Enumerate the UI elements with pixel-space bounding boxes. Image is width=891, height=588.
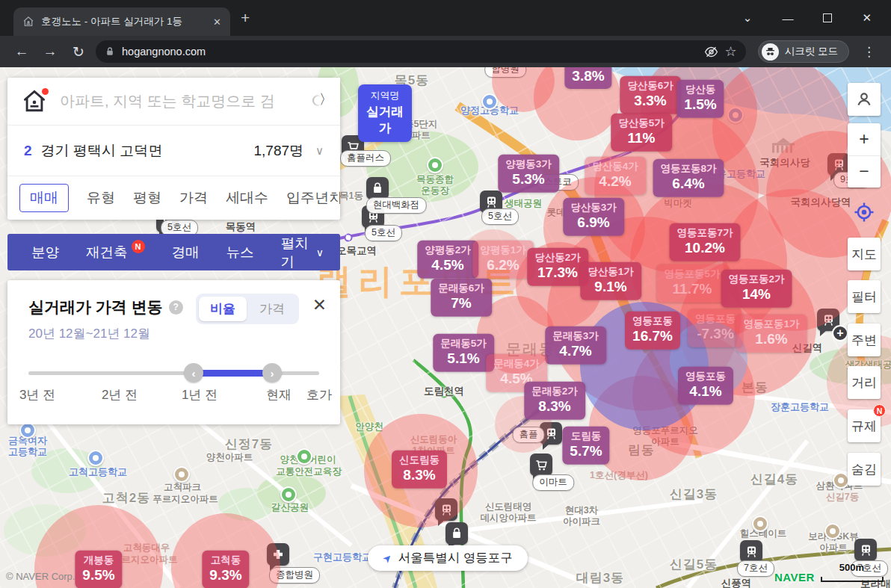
price-label-name: 영등포동7가 <box>676 227 733 239</box>
nav-item-label: 뉴스 <box>226 243 254 261</box>
price-label[interactable]: 영등포동7가10.2% <box>669 223 740 261</box>
price-label[interactable]: 당산동5가11% <box>611 114 672 152</box>
price-label[interactable]: 도림동5.7% <box>562 427 609 465</box>
map-button-지도[interactable]: 지도 <box>848 238 881 270</box>
toggle-price[interactable]: 가격 <box>248 297 296 321</box>
zoom-out-button[interactable]: − <box>848 156 881 188</box>
price-label[interactable]: 당산동1가9.1% <box>580 262 641 300</box>
price-label[interactable]: 문래동3가4.7% <box>545 327 606 365</box>
nav-item[interactable]: 분양 <box>31 243 59 261</box>
close-icon[interactable]: ✕ <box>312 295 327 315</box>
price-label-name: 문래동5가 <box>440 338 487 350</box>
price-label-name: 영등포동 <box>632 315 673 327</box>
search-panel: 2 경기 평택시 고덕면 1,787명 ∨ 매매유형평형가격세대수입주년차 〉 <box>7 78 340 220</box>
price-label[interactable]: 문래동6가7% <box>431 279 492 317</box>
browser-menu-icon[interactable]: ⋮ <box>855 44 881 60</box>
toggle-ratio[interactable]: 비율 <box>199 297 247 321</box>
search-input[interactable] <box>58 92 301 111</box>
price-label[interactable]: 당산동2가17.3% <box>527 248 588 286</box>
price-label[interactable]: 문래동5가5.1% <box>433 334 494 372</box>
panel-title-row: 실거래가 가격 변동 ? <box>28 297 183 318</box>
filter-chip-item[interactable]: 평형 <box>133 188 161 208</box>
my-location-button[interactable] <box>853 201 875 226</box>
maximize-button[interactable] <box>823 13 832 22</box>
map-button-필터[interactable]: 필터 <box>848 280 881 313</box>
price-label[interactable]: 양평동3가5.3% <box>498 155 559 193</box>
new-tab-button[interactable]: + <box>241 10 250 25</box>
region-name: 경기 평택시 고덕면 <box>41 141 163 161</box>
price-label-value: 3.3% <box>627 92 673 109</box>
price-label[interactable]: 영등포동1가1.6% <box>736 315 807 353</box>
nav-item[interactable]: 경매 <box>172 243 200 261</box>
price-label-name: 당산동1가 <box>588 266 634 278</box>
tab-close-icon[interactable]: ✕ <box>213 16 221 28</box>
filter-chip-selected[interactable]: 매매 <box>19 184 69 212</box>
map-button-거리[interactable]: 거리 <box>848 366 881 399</box>
price-label[interactable]: 영등포동4.1% <box>678 367 733 405</box>
slider-handle-start[interactable]: ‹ <box>184 363 203 383</box>
price-label[interactable]: 개봉동9.5% <box>75 551 122 588</box>
price-label-value: 16.7% <box>632 327 673 344</box>
price-label-name: 당산동6가 <box>627 80 673 92</box>
price-label-value: 1.6% <box>743 330 799 347</box>
slider-active-range[interactable] <box>194 370 272 377</box>
price-label[interactable]: 영등포동-7.3% <box>688 309 743 347</box>
price-label[interactable]: 문래동2가8.3% <box>524 382 585 420</box>
price-label[interactable]: 영등포동16.7% <box>625 312 680 350</box>
price-label-value: 4.7% <box>552 342 599 359</box>
region-mode-tooltip[interactable]: 지역명 실거래가 <box>358 84 412 142</box>
browser-tab[interactable]: 호갱노노 - 아파트 실거래가 1등 ✕ <box>13 7 230 36</box>
bookmark-star-icon[interactable]: ☆ <box>725 43 737 60</box>
nav-item[interactable]: 뉴스 <box>226 243 254 261</box>
nav-item[interactable]: 재건축N <box>86 243 145 261</box>
region-row[interactable]: 2 경기 평택시 고덕면 1,787명 ∨ <box>7 126 340 176</box>
price-label-name: 양평동2가 <box>425 244 471 256</box>
price-label[interactable]: 3.8% <box>564 67 611 89</box>
price-label[interactable]: 양평동2가4.5% <box>417 241 478 279</box>
price-label[interactable]: 신도림동8.3% <box>392 451 447 489</box>
map-button-규제[interactable]: 규제N <box>848 409 881 442</box>
navigation-arrow-icon: ➤ <box>380 551 395 566</box>
filter-chip-item[interactable]: 가격 <box>179 188 208 208</box>
chips-more-arrow[interactable]: 〉 <box>306 78 340 121</box>
zoom-in-button[interactable]: + <box>848 123 881 156</box>
price-label-value: 9.5% <box>82 566 114 584</box>
url-bar[interactable]: hogangnono.com ☆ <box>96 40 746 63</box>
price-label-name: 양평동1가 <box>480 244 526 256</box>
minimize-button[interactable]: — <box>782 12 793 25</box>
back-button[interactable]: ← <box>10 43 33 60</box>
profile-button[interactable] <box>848 83 881 116</box>
help-icon[interactable]: ? <box>169 300 183 315</box>
reload-button[interactable]: ↻ <box>67 43 90 61</box>
price-label[interactable]: 영등포동5가11.7% <box>656 264 727 303</box>
price-label[interactable]: 영등포동2가14% <box>721 270 792 308</box>
filter-chip-item[interactable]: 입주년차 <box>286 188 340 208</box>
browser-chrome: 호갱노노 - 아파트 실거래가 1등 ✕ + ⌄ — ✕ ← → ↻ hogan… <box>0 0 891 67</box>
slider-handle-end[interactable]: › <box>262 363 282 383</box>
window-close-button[interactable]: ✕ <box>862 11 872 25</box>
tab-strip: 호갱노노 - 아파트 실거래가 1등 ✕ + ⌄ — ✕ <box>0 0 891 36</box>
map-button-숨김[interactable]: 숨김 <box>848 453 881 486</box>
price-label[interactable]: 양평동1가6.2% <box>472 241 534 279</box>
price-label-value: 5.7% <box>570 442 602 459</box>
price-label[interactable]: 영등포동8가6.4% <box>653 159 724 197</box>
window-controls: ⌄ — ✕ <box>743 0 891 36</box>
forward-button[interactable]: → <box>39 43 61 60</box>
price-label[interactable]: 고척동9.3% <box>202 551 249 588</box>
price-label-value: 17.3% <box>534 264 581 281</box>
price-label[interactable]: 당산동6가3.3% <box>620 76 681 114</box>
price-label-value: -7.3% <box>695 325 736 342</box>
window-menu-icon[interactable]: ⌄ <box>743 11 753 25</box>
price-label[interactable]: 당산동3가6.9% <box>563 198 624 236</box>
map-button-주변[interactable]: 주변 <box>848 324 881 356</box>
filter-chip-item[interactable]: 세대수 <box>226 188 268 208</box>
price-label[interactable]: 당산동4가4.2% <box>585 157 646 195</box>
chevron-down-icon[interactable]: ∨ <box>315 144 324 158</box>
eye-off-icon[interactable] <box>704 45 718 59</box>
current-region-pill[interactable]: ➤ 서울특별시 영등포구 <box>368 545 528 571</box>
filter-chip-item[interactable]: 유형 <box>87 188 115 208</box>
nav-expand-button[interactable]: 펼치기∨ <box>281 234 324 271</box>
price-label-name: 양평동3가 <box>505 158 552 170</box>
hogangnono-logo[interactable] <box>19 87 49 117</box>
price-label[interactable]: 당산동1.5% <box>676 80 724 118</box>
